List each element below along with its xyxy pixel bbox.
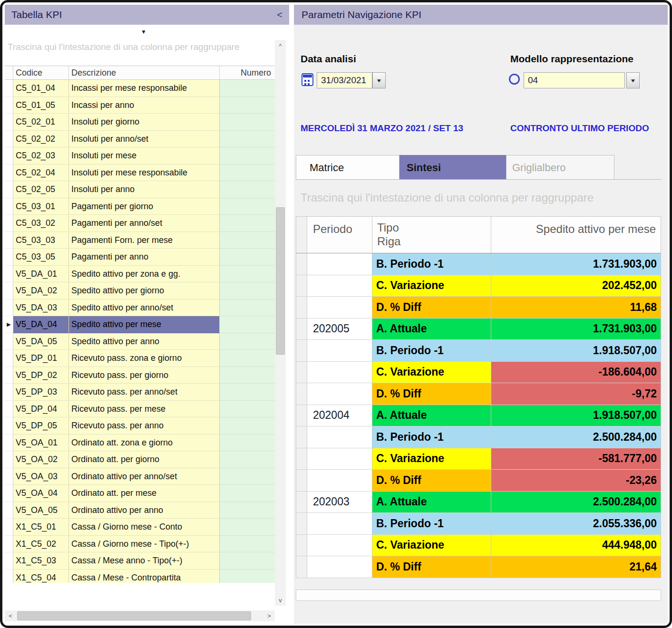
cell-numero[interactable] [220,147,275,164]
cell-codice[interactable]: C5_02_03 [13,147,69,164]
cell-descrizione[interactable]: Pagamenti per giorno [69,198,220,215]
tab-griglialbero[interactable]: Griglialbero [506,155,614,180]
cell-descrizione[interactable]: Pagamenti per anno/set [69,215,220,232]
kpi-table-row[interactable]: V5_DP_01Ricevuto pass. zona e giorno [5,350,275,367]
cell-codice[interactable]: C5_01_04 [13,80,69,97]
cell-codice[interactable]: V5_DA_05 [13,333,69,350]
cell-numero[interactable] [220,181,275,198]
kpi-table-row[interactable]: X1_C5_01Cassa / Giorno mese - Conto [5,519,275,536]
matrix-row[interactable]: C. Variazione444.948,00 [296,535,661,557]
kpi-table-row[interactable]: X1_C5_02Cassa / Giorno mese - Tipo(+-) [5,536,275,553]
cell-numero[interactable] [220,114,275,131]
matrix-row[interactable]: 202005A. Attuale1.731.903,00 [296,319,661,340]
column-header-descrizione[interactable]: Descrizione [69,66,220,79]
kpi-table-row[interactable]: V5_OA_02Ordinato att. per giorno [5,451,275,468]
cell-descrizione[interactable]: Ordinato att. per mese [69,485,220,502]
cell-descrizione[interactable]: Ricevuto pass. per anno/set [69,384,220,401]
cell-descrizione[interactable]: Ordinato att. per giorno [69,451,220,468]
cell-descrizione[interactable]: Spedito attivo per giorno [69,282,220,300]
modello-radio-icon[interactable] [509,74,520,85]
cell-descrizione[interactable]: Insoluti per giorno [69,114,220,131]
left-vertical-scrollbar[interactable]: ^ v [275,40,286,606]
cell-codice[interactable]: V5_OA_02 [13,451,69,468]
kpi-table-row[interactable]: C5_02_02Insoluti per anno/set [5,131,275,148]
cell-periodo[interactable]: 202004 [307,405,372,427]
cell-descrizione[interactable]: Spedito attivo per mese [69,316,220,333]
kpi-table-row[interactable]: C5_01_04Incassi per mese responsabile [5,80,275,97]
kpi-table-row[interactable]: C5_02_03Insoluti per mese [5,147,275,164]
cell-numero[interactable] [220,131,275,148]
cell-periodo[interactable] [307,513,372,535]
kpi-table-row[interactable]: V5_DA_05Spedito attivo per anno [5,333,275,350]
cell-value[interactable]: 2.500.284,00 [491,492,661,513]
cell-tipo-riga[interactable]: C. Variazione [372,448,491,470]
cell-value[interactable]: -9,72 [491,383,661,405]
cell-tipo-riga[interactable]: B. Periodo -1 [372,426,491,448]
cell-numero[interactable] [220,502,275,519]
cell-codice[interactable]: V5_OA_03 [13,468,69,485]
cell-periodo[interactable]: 202003 [307,492,372,513]
cell-numero[interactable] [220,384,275,401]
kpi-table-row[interactable]: V5_OA_01Ordinato att. zona e giorno [5,435,275,452]
cell-numero[interactable] [220,570,275,583]
cell-codice[interactable]: C5_03_02 [13,215,69,232]
kpi-table-row[interactable]: V5_DP_02Ricevuto pass. per giorno [5,367,275,384]
cell-periodo[interactable] [307,253,372,275]
cell-numero[interactable] [220,367,275,384]
cell-numero[interactable] [220,249,275,266]
cell-tipo-riga[interactable]: C. Variazione [372,362,491,384]
group-area-splitter-icon[interactable]: ▼ [141,29,146,35]
cell-tipo-riga[interactable]: C. Variazione [372,535,491,557]
cell-numero[interactable] [220,266,275,283]
cell-value[interactable]: 2.500.284,00 [491,426,661,448]
cell-tipo-riga[interactable]: D. % Diff [372,383,491,405]
scroll-right-icon[interactable]: > [263,610,275,621]
cell-numero[interactable] [220,232,275,249]
cell-numero[interactable] [220,198,275,215]
cell-descrizione[interactable]: Spedito attivo per anno/set [69,300,220,317]
cell-codice[interactable]: V5_DA_03 [13,300,69,317]
cell-value[interactable]: -23,26 [491,470,661,492]
scroll-down-icon[interactable]: v [275,594,286,606]
cell-numero[interactable] [220,316,275,333]
cell-numero[interactable] [220,417,275,435]
kpi-table-row[interactable]: V5_OA_04Ordinato att. per mese [5,485,275,502]
vertical-scroll-thumb[interactable] [276,207,285,355]
cell-numero[interactable] [220,468,275,485]
kpi-table-row[interactable]: V5_OA_05Ordinato attivo per anno [5,502,275,519]
scroll-left-icon[interactable]: < [5,610,16,621]
kpi-table-row[interactable]: C5_03_02Pagamenti per anno/set [5,215,275,232]
cell-numero[interactable] [220,350,275,367]
cell-numero[interactable] [220,435,275,452]
cell-tipo-riga[interactable]: B. Periodo -1 [372,340,491,362]
cell-descrizione[interactable]: Ordinato attivo per anno [69,502,220,519]
cell-descrizione[interactable]: Insoluti per mese [69,147,220,164]
cell-value[interactable]: 1.918.507,00 [491,405,661,427]
cell-periodo[interactable]: 202005 [307,319,372,340]
cell-descrizione[interactable]: Cassa / Giorno mese - Conto [69,519,220,536]
matrix-row[interactable]: 202004A. Attuale1.918.507,00 [296,405,661,427]
kpi-table-row[interactable]: V5_DP_03Ricevuto pass. per anno/set [5,384,275,401]
kpi-table-row[interactable]: C5_03_03Pagamenti Forn. per mese [5,232,275,249]
cell-periodo[interactable] [307,362,372,384]
cell-numero[interactable] [220,282,275,300]
cell-tipo-riga[interactable]: B. Periodo -1 [372,253,491,275]
data-analisi-dropdown-button[interactable]: ▼ [372,72,386,88]
cell-numero[interactable] [220,401,275,418]
cell-periodo[interactable] [307,383,372,405]
cell-numero[interactable] [220,485,275,502]
cell-codice[interactable]: C5_03_03 [13,232,69,249]
matrix-row[interactable]: B. Periodo -12.500.284,00 [296,426,661,448]
modello-dropdown-button[interactable]: ▼ [626,72,640,88]
cell-value[interactable]: 2.055.336,00 [491,513,661,535]
cell-numero[interactable] [220,300,275,317]
cell-codice[interactable]: V5_OA_01 [13,435,69,452]
column-header-numero[interactable]: Numero [220,66,275,79]
matrix-row[interactable]: D. % Diff11,68 [296,297,661,319]
cell-codice[interactable]: C5_02_05 [13,181,69,198]
cell-descrizione[interactable]: Ordinato att. zona e giorno [69,435,220,452]
cell-descrizione[interactable]: Ricevuto pass. per giorno [69,367,220,384]
matrix-row[interactable]: 202003A. Attuale2.500.284,00 [296,492,661,513]
cell-value[interactable]: 11,68 [491,297,661,319]
cell-periodo[interactable] [307,470,372,492]
